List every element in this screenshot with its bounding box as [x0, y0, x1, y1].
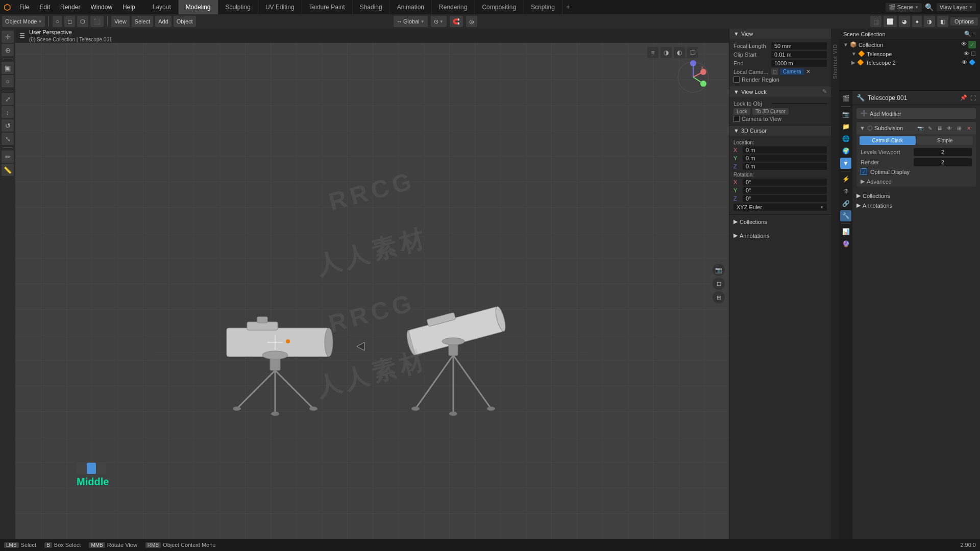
collections-prop-toggle[interactable]: ▶ Collections [852, 191, 980, 201]
add-modifier-btn[interactable]: ➕ Add Modifier [856, 108, 976, 119]
add-menu-btn[interactable]: Add [155, 16, 172, 27]
select-mode-btn-0[interactable]: ○ [53, 16, 62, 27]
local-cam-toggle[interactable]: □ [771, 68, 778, 75]
translate-btn[interactable]: ↕ [2, 106, 14, 118]
mod-edit-icon[interactable]: ✎ [926, 124, 934, 132]
options-btn[interactable]: Options [950, 17, 978, 26]
menu-window[interactable]: Window [85, 0, 117, 14]
outline-filter-icon[interactable]: ≡ [973, 31, 976, 37]
vp-view-btn[interactable]: ≡ [647, 47, 658, 58]
telescope-eye-icon[interactable]: 👁 [964, 51, 969, 57]
menu-edit[interactable]: Edit [34, 0, 55, 14]
obj-pin-icon[interactable]: 📌 [960, 94, 967, 101]
focal-value[interactable]: 50 mm [771, 42, 827, 49]
cursor-y-value[interactable]: 0 m [743, 155, 827, 162]
object-mode-btn[interactable]: Object Mode ▼ [2, 16, 45, 27]
tab-animation[interactable]: Animation [390, 0, 432, 14]
shading-solid-btn[interactable]: ⬜ [884, 16, 897, 27]
mod-realtime-icon[interactable]: 👁 [945, 124, 953, 132]
cursor-ry-value[interactable]: 0° [743, 187, 827, 194]
tab-modeling[interactable]: Modeling [179, 0, 218, 14]
overlay-btn[interactable]: ◑ [924, 16, 935, 27]
shading-render-btn[interactable]: ● [912, 16, 922, 27]
npanel-cursor-header[interactable]: ▼ 3D Cursor [729, 126, 831, 136]
cursor-tool-btn[interactable]: ✛ [2, 31, 14, 43]
outline-item-telescope2[interactable]: ▶ 🔶 Telescope 2 👁 🔷 [839, 58, 980, 67]
rt-material-icon[interactable]: 🔮 [840, 238, 851, 249]
catmull-clark-btn[interactable]: Catmull-Clark [860, 136, 916, 145]
select-circle-btn[interactable]: ○ [2, 75, 14, 87]
rt-render-icon[interactable]: 📷 [840, 109, 851, 120]
rt-scene-icon[interactable]: 🎬 [840, 93, 851, 104]
optimal-display-checkbox[interactable]: ✓ [861, 168, 867, 175]
measure-btn[interactable]: 📏 [2, 164, 14, 176]
select-mode-btn-3[interactable]: ⬛ [90, 16, 104, 27]
nav-local-btn[interactable]: ⊞ [713, 291, 725, 304]
rt-data-icon[interactable]: 📊 [840, 226, 851, 237]
viewport-menu-btn[interactable]: ☰ [19, 32, 25, 39]
viewlock-edit-icon[interactable]: ✎ [822, 88, 827, 95]
mod-x-btn[interactable]: ✕ [965, 124, 973, 132]
cursor-rx-value[interactable]: 0° [743, 179, 827, 186]
telescope2-eye-icon[interactable]: 👁 [962, 59, 967, 66]
transform-btn[interactable]: ⤢ [2, 93, 14, 105]
annotations-prop-toggle[interactable]: ▶ Annotations [852, 201, 980, 210]
lock-to-obj-value[interactable] [771, 103, 827, 104]
telescope-check-icon[interactable]: ☐ [971, 51, 976, 57]
rotate-btn[interactable]: ↺ [2, 119, 14, 132]
pivot-btn[interactable]: ⊙ ▼ [431, 16, 447, 27]
obj-expand-icon[interactable]: ⛶ [970, 95, 976, 101]
vp-xray-btn[interactable]: ☐ [687, 47, 698, 58]
tab-shading[interactable]: Shading [353, 0, 390, 14]
shading-wire-btn[interactable]: ⬚ [870, 16, 881, 27]
tab-uv-editing[interactable]: UV Editing [258, 0, 302, 14]
vp-overlay-btn[interactable]: ◐ [674, 47, 685, 58]
shading-material-btn[interactable]: ◕ [899, 16, 910, 27]
menu-render[interactable]: Render [55, 0, 85, 14]
tab-sculpting[interactable]: Sculpting [218, 0, 258, 14]
nav-camera-btn[interactable]: 📷 [713, 264, 725, 276]
select-menu-btn[interactable]: Select [132, 16, 154, 27]
rt-output-icon[interactable]: 📁 [840, 121, 851, 132]
lock-btn[interactable]: Lock [733, 108, 750, 115]
rt-object-icon[interactable]: ▼ [840, 158, 851, 169]
select-mode-btn-2[interactable]: ⬡ [77, 16, 88, 27]
scale-btn[interactable]: ⤡ [2, 133, 14, 145]
rotation-mode-value[interactable]: XYZ Euler ▼ [733, 204, 827, 211]
menu-file[interactable]: File [14, 0, 34, 14]
cursor-z-value[interactable]: 0 m [743, 163, 827, 170]
annotate-btn[interactable]: ✏ [2, 151, 14, 163]
scene-selector[interactable]: 🎬 Scene ▼ [886, 3, 922, 12]
clip-end-value[interactable]: 1000 m [771, 60, 827, 67]
snap-btn[interactable]: 🧲 [450, 16, 463, 27]
object-menu-btn[interactable]: Object [174, 16, 196, 27]
tab-layout[interactable]: Layout [145, 0, 179, 14]
tab-rendering[interactable]: Rendering [432, 0, 475, 14]
select-mode-btn-1[interactable]: ◻ [64, 16, 75, 27]
view-layer-selector[interactable]: View Layer ▼ [937, 3, 976, 11]
camera-x-btn[interactable]: ✕ [806, 68, 811, 75]
view-menu-btn[interactable]: View [111, 16, 130, 27]
rt-physics-icon[interactable]: ⚗ [840, 186, 851, 197]
collections-toggle[interactable]: ▶ Collections [729, 217, 831, 227]
vp-shading-btn[interactable]: ◑ [660, 47, 672, 58]
simple-btn[interactable]: Simple [917, 136, 973, 145]
move-tool-btn[interactable]: ⊕ [2, 44, 14, 56]
nav-perspective-btn[interactable]: ⊡ [713, 278, 725, 290]
advanced-row[interactable]: ▶ Advanced [856, 176, 976, 187]
outline-item-collection[interactable]: ▼ 📦 Collection 👁 ✓ [839, 40, 980, 49]
rt-modifiers-icon[interactable]: 🔧 [840, 210, 851, 221]
cursor-rz-value[interactable]: 0° [743, 195, 827, 202]
transform-global-btn[interactable]: ↔ Global ▼ [394, 16, 428, 27]
mod-camera-icon[interactable]: 📷 [916, 124, 924, 132]
add-workspace-btn[interactable]: + [562, 0, 574, 14]
tab-compositing[interactable]: Compositing [475, 0, 524, 14]
npanel-view-header[interactable]: ▼ View [729, 29, 831, 39]
outline-item-telescope[interactable]: ▼ 🔶 Telescope 👁 ☐ [839, 49, 980, 58]
mod-expand-icon[interactable]: ⊞ [955, 124, 963, 132]
rt-particles-icon[interactable]: ⚡ [840, 173, 851, 185]
npanel-viewlock-header[interactable]: ▼ View Lock ✎ [729, 86, 831, 97]
render-level-value[interactable]: 2 [914, 158, 972, 166]
proportional-btn[interactable]: ◎ [466, 16, 477, 27]
modifier-collapse-arrow[interactable]: ▼ [860, 125, 865, 131]
